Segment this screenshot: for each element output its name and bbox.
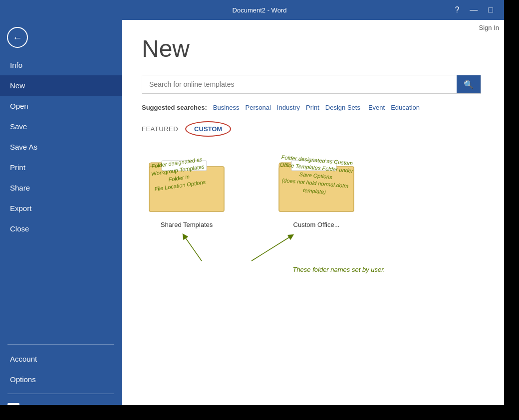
sidebar: ← Info New Open Save Save As Print Share… (0, 20, 122, 420)
suggested-link-personal[interactable]: Personal (244, 104, 273, 111)
folder-shared-label: Shared Templates (161, 221, 213, 228)
search-input[interactable] (142, 75, 457, 93)
folder-shared[interactable]: Folder designated asWorkgroup TemplatesF… (142, 152, 232, 228)
main-content: Sign In New 🔍 Suggested searches: Busine… (122, 20, 519, 420)
suggested-link-education[interactable]: Education (389, 104, 422, 111)
titlebar-title: Document2 - Word (233, 6, 287, 14)
bottom-note: These folder names set by user. (292, 266, 385, 273)
sidebar-nav: Info New Open Save Save As Print Share E… (0, 55, 122, 420)
back-arrow-icon: ← (7, 27, 28, 48)
maximize-button[interactable]: □ (484, 4, 497, 16)
folder-custom-annotation: Folder designated as CustomOffice Templa… (277, 154, 354, 199)
sidebar-item-account[interactable]: Account (0, 349, 122, 369)
sidebar-item-share[interactable]: Share (0, 178, 122, 198)
arrows-area: These folder names set by user. (142, 231, 499, 276)
suggested-link-business[interactable]: Business (211, 104, 242, 111)
suggested-link-print[interactable]: Print (304, 104, 321, 111)
folder-custom-office[interactable]: Folder designated as CustomOffice Templa… (271, 152, 361, 228)
tabs-row: FEATURED CUSTOM (142, 121, 499, 137)
sidebar-item-info[interactable]: Info (0, 55, 122, 75)
templates-area: Folder designated asWorkgroup TemplatesF… (142, 152, 499, 228)
sidebar-item-open[interactable]: Open (0, 96, 122, 116)
sidebar-divider-1 (7, 344, 114, 345)
folder-icon-custom: Folder designated as CustomOffice Templa… (276, 152, 356, 218)
sidebar-item-new[interactable]: New (0, 75, 122, 96)
folder-custom-label: Custom Office... (293, 221, 340, 228)
minimize-button[interactable]: — (466, 4, 482, 16)
tab-custom[interactable]: CUSTOM (185, 121, 231, 137)
search-bar: 🔍 (142, 75, 481, 94)
app-container: ← Info New Open Save Save As Print Share… (0, 20, 519, 420)
svg-line-6 (184, 236, 202, 261)
suggested-link-industry[interactable]: Industry (275, 104, 302, 111)
sidebar-divider-2 (7, 394, 114, 394)
sidebar-item-print[interactable]: Print (0, 157, 122, 178)
sidebar-item-export[interactable]: Export (0, 198, 122, 218)
sign-in-text[interactable]: Sign In (479, 24, 499, 31)
titlebar: Document2 - Word ? — □ ✕ (0, 0, 519, 20)
sidebar-item-save-as[interactable]: Save As (0, 137, 122, 157)
suggested-searches: Suggested searches: Business Personal In… (142, 104, 499, 111)
page-title: New (142, 35, 499, 62)
suggested-link-design-sets[interactable]: Design Sets (323, 104, 362, 111)
folder-icon-shared: Folder designated asWorkgroup TemplatesF… (147, 152, 227, 218)
sidebar-item-save[interactable]: Save (0, 116, 122, 137)
jagged-bottom-edge (0, 405, 519, 420)
suggested-link-event[interactable]: Event (366, 104, 387, 111)
svg-line-7 (252, 236, 291, 261)
back-button[interactable]: ← (2, 22, 32, 52)
tab-featured[interactable]: FEATURED (142, 122, 185, 136)
help-icon[interactable]: ? (451, 4, 463, 16)
sidebar-item-options[interactable]: Options (0, 369, 122, 390)
sidebar-item-close[interactable]: Close (0, 218, 122, 239)
suggested-label: Suggested searches: (142, 104, 207, 111)
jagged-right-edge (504, 0, 519, 420)
search-button[interactable]: 🔍 (457, 75, 481, 93)
